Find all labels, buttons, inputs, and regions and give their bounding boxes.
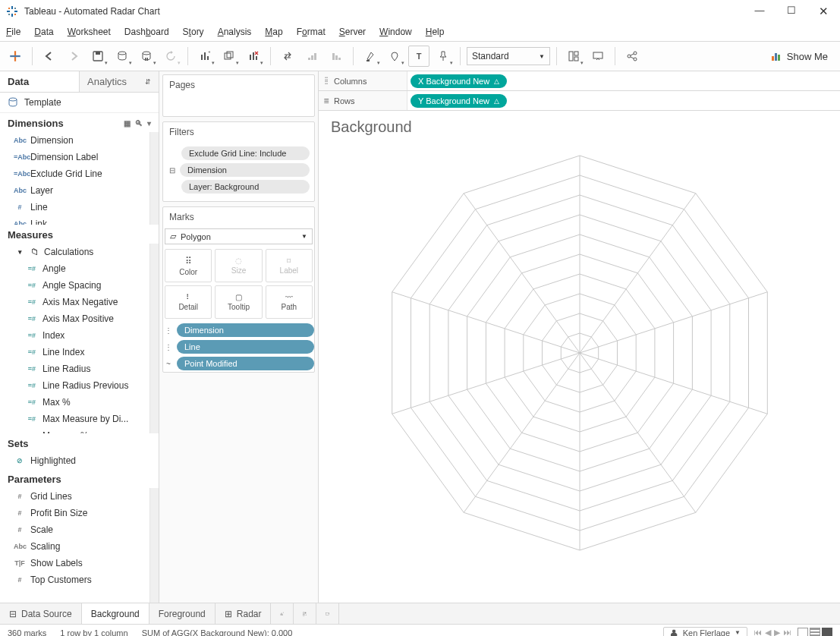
- menu-window[interactable]: Window: [379, 27, 412, 37]
- highlight-button[interactable]: [360, 46, 381, 67]
- dimension-field[interactable]: =AbcExclude Grid Line: [0, 165, 159, 182]
- new-sheet-button[interactable]: +: [271, 603, 294, 624]
- dimension-field[interactable]: AbcLink: [0, 216, 159, 225]
- menu-map[interactable]: Map: [265, 27, 282, 37]
- clear-button[interactable]: [243, 46, 264, 67]
- mark-pill[interactable]: Dimension: [177, 323, 314, 337]
- showme-icon: [770, 50, 782, 62]
- menu-icon[interactable]: ▾: [147, 119, 151, 128]
- param-field[interactable]: #Grid Lines: [0, 488, 159, 505]
- measure-field[interactable]: =#Line Radius Previous: [0, 377, 159, 394]
- save-button[interactable]: [87, 46, 109, 67]
- param-field[interactable]: T|FShow Labels: [0, 555, 159, 571]
- mark-pill[interactable]: Point Modified: [177, 357, 314, 370]
- sheet-title[interactable]: Background: [331, 118, 828, 136]
- param-field[interactable]: AbcScaling: [0, 538, 159, 555]
- fit-dropdown[interactable]: Standard ▼: [467, 47, 550, 65]
- measure-field[interactable]: =#Max Measure by Di...: [0, 411, 159, 427]
- mark-pill[interactable]: Line: [177, 340, 314, 354]
- new-datasource-button[interactable]: [112, 46, 133, 67]
- cards-button[interactable]: [563, 46, 584, 67]
- measure-field[interactable]: =#Axis Max Negative: [0, 294, 159, 310]
- measure-field[interactable]: =#Index: [0, 327, 159, 344]
- dimension-field[interactable]: AbcLayer: [0, 182, 159, 199]
- measure-field[interactable]: =#Measure %: [0, 427, 159, 433]
- dimension-field[interactable]: #Line: [0, 199, 159, 216]
- maximize-button[interactable]: ☐: [781, 5, 802, 18]
- pin-button[interactable]: [433, 46, 454, 67]
- row-pill[interactable]: Y Background New△: [411, 94, 507, 108]
- dimension-field[interactable]: AbcDimension: [0, 132, 159, 149]
- duplicate-button[interactable]: [219, 46, 240, 67]
- filter-pill[interactable]: Dimension: [180, 163, 310, 177]
- detail-button[interactable]: ⠇Detail: [165, 285, 212, 319]
- view-single-icon[interactable]: [822, 628, 832, 637]
- presentation-button[interactable]: [587, 46, 609, 67]
- analytics-tab[interactable]: Analytics ⇵: [79, 71, 159, 92]
- calc-folder[interactable]: ▾ 📁︎ Calculations: [0, 244, 159, 260]
- sort-asc-button[interactable]: [301, 46, 322, 67]
- menu-help[interactable]: Help: [426, 27, 445, 37]
- new-dashboard-button[interactable]: +: [294, 603, 316, 624]
- refresh-button[interactable]: [160, 46, 181, 67]
- measure-field[interactable]: =#Line Index: [0, 344, 159, 361]
- param-field[interactable]: #Profit Bin Size: [0, 505, 159, 521]
- menu-server[interactable]: Server: [339, 27, 366, 37]
- menu-analysis[interactable]: Analysis: [218, 27, 252, 37]
- new-story-button[interactable]: +: [316, 603, 339, 624]
- tableau-icon[interactable]: [5, 46, 26, 67]
- share-button[interactable]: [621, 46, 643, 67]
- size-button[interactable]: ◌Size: [215, 249, 262, 282]
- menu-file[interactable]: File: [6, 27, 20, 37]
- user-menu[interactable]: 👤︎ Ken Flerlage ▼: [663, 627, 747, 637]
- columns-shelf[interactable]: ⦙⦙ Columns X Background New△: [319, 71, 840, 91]
- measure-field[interactable]: =#Max %: [0, 394, 159, 411]
- view-icon[interactable]: ▦: [124, 119, 131, 128]
- show-me-button[interactable]: Show Me: [763, 50, 835, 62]
- menu-story[interactable]: Story: [183, 27, 204, 37]
- measure-field[interactable]: =#Angle Spacing: [0, 277, 159, 294]
- column-pill[interactable]: X Background New△: [411, 74, 507, 88]
- filter-pill[interactable]: Layer: Background: [181, 180, 310, 194]
- tab-radar[interactable]: ⊞Radar: [216, 603, 272, 624]
- menu-data[interactable]: Data: [34, 27, 53, 37]
- search-icon[interactable]: 🔍︎: [135, 119, 143, 128]
- minimize-button[interactable]: —: [749, 5, 770, 18]
- undo-button[interactable]: [39, 46, 60, 67]
- param-field[interactable]: #Scale: [0, 521, 159, 538]
- type-icon: Abc: [14, 184, 26, 197]
- chevron-down-icon: ▼: [735, 629, 741, 636]
- redo-button[interactable]: [63, 46, 84, 67]
- datasource-tab[interactable]: ⊟Data Source: [0, 603, 82, 624]
- pause-updates-button[interactable]: [136, 46, 157, 67]
- menu-worksheet[interactable]: Worksheet: [68, 27, 111, 37]
- swap-button[interactable]: [277, 46, 298, 67]
- mark-type-select[interactable]: ▱Polygon ▼: [165, 228, 313, 244]
- rows-shelf[interactable]: ≡ Rows Y Background New△: [319, 91, 840, 111]
- dimension-field[interactable]: =AbcDimension Label: [0, 149, 159, 165]
- param-field[interactable]: #Top Customers: [0, 571, 159, 588]
- measure-field[interactable]: =#Line Radius: [0, 361, 159, 377]
- measure-field[interactable]: =#Angle: [0, 260, 159, 277]
- close-button[interactable]: ✕: [813, 5, 834, 18]
- sort-desc-button[interactable]: [326, 46, 347, 67]
- filter-pill[interactable]: Exclude Grid Line: Include: [181, 146, 310, 160]
- label-button[interactable]: ⌑Label: [266, 249, 313, 282]
- data-tab[interactable]: Data: [0, 71, 79, 92]
- group-button[interactable]: [384, 46, 405, 67]
- datasource-row[interactable]: Template: [0, 93, 159, 113]
- set-item[interactable]: ⊘ Highlighted: [0, 452, 159, 469]
- view-grid-icon[interactable]: [798, 628, 808, 637]
- tooltip-button[interactable]: ▢Tooltip: [215, 285, 262, 319]
- nav-arrows[interactable]: ⏮◀▶⏭: [753, 628, 791, 636]
- path-button[interactable]: 〰Path: [266, 285, 313, 319]
- menu-dashboard[interactable]: Dashboard: [124, 27, 169, 37]
- color-button[interactable]: ⠿Color: [165, 249, 212, 282]
- tab-background[interactable]: Background: [82, 603, 149, 624]
- labels-button[interactable]: T: [408, 46, 429, 67]
- measure-field[interactable]: =#Axis Max Positive: [0, 310, 159, 327]
- menu-format[interactable]: Format: [297, 27, 326, 37]
- view-list-icon[interactable]: [810, 628, 820, 637]
- new-worksheet-button[interactable]: +: [194, 46, 216, 67]
- tab-foreground[interactable]: Foreground: [149, 603, 216, 624]
